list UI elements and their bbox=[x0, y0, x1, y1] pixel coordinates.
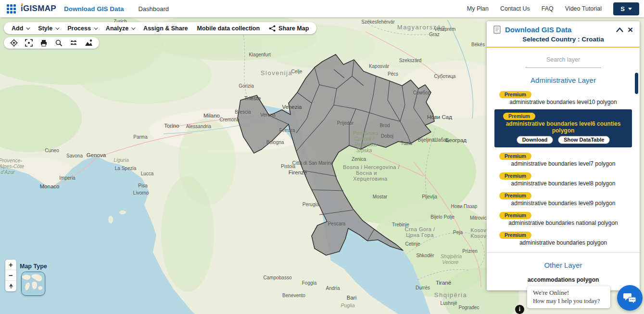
account-initial: S bbox=[620, 5, 625, 13]
caret-down-icon bbox=[628, 8, 632, 10]
menu-add-label: Add bbox=[12, 25, 23, 32]
download-gis-data-panel: Download GIS Data × Selected Country : C… bbox=[487, 21, 640, 290]
chevron-down-icon bbox=[94, 26, 98, 29]
nav-video-tutorial-link[interactable]: Video Tutorial bbox=[565, 5, 602, 12]
chat-tooltip: We're Online! How may I help you today? bbox=[527, 286, 610, 308]
menu-add[interactable]: Add bbox=[12, 25, 29, 32]
chevron-down-icon bbox=[26, 26, 30, 29]
top-navbar: iGISMAP Download GIS Data Dashboard My P… bbox=[0, 0, 644, 17]
chat-status: We're Online! bbox=[533, 289, 605, 297]
chat-greeting: How may I help you today? bbox=[533, 298, 605, 305]
panel-header: Download GIS Data × bbox=[487, 21, 640, 36]
layer-item-label: administrative boundaries level9 polygon bbox=[487, 200, 640, 207]
section-heading: Other Layer bbox=[487, 261, 640, 269]
layer-sections: Administrative LayerPremiumadministrativ… bbox=[487, 76, 640, 290]
menu-assign-share-label: Assign & Share bbox=[143, 25, 188, 32]
chevron-down-icon bbox=[55, 26, 59, 29]
pitch-arrows-icon bbox=[9, 284, 13, 289]
map-type-label: Map Type bbox=[20, 263, 47, 270]
menu-process-label: Process bbox=[67, 25, 91, 32]
premium-badge: Premium bbox=[499, 91, 531, 98]
layer-item-label: administrative boundaries national polyg… bbox=[487, 220, 640, 226]
menu-mobile-data-collection[interactable]: Mobile data collection bbox=[197, 25, 260, 32]
menu-style[interactable]: Style bbox=[38, 25, 58, 32]
layer-item[interactable]: Premiumadministrative boundaries nationa… bbox=[487, 210, 640, 226]
panel-scrollbar-thumb[interactable] bbox=[635, 73, 638, 94]
pitch-reset-button[interactable] bbox=[5, 281, 16, 291]
focus-extent-icon[interactable] bbox=[25, 39, 33, 47]
chat-bubbles-icon bbox=[623, 292, 637, 304]
layer-item[interactable]: accommodations polygon bbox=[487, 276, 640, 283]
layer-actions: DownloadShow DataTable bbox=[498, 136, 628, 144]
menu-mobile-label: Mobile data collection bbox=[197, 25, 260, 32]
layer-item-selected[interactable]: Premiumadministrative boundaries level6 … bbox=[494, 109, 632, 147]
close-panel-icon[interactable]: × bbox=[628, 25, 633, 34]
premium-badge: Premium bbox=[499, 232, 531, 239]
nav-right-links: My Plan Contact Us FAQ Video Tutorial S bbox=[467, 2, 639, 15]
selected-country-label: Selected Country : Croatia bbox=[487, 36, 640, 48]
layer-item[interactable]: Premiumadministrative boundaries polygon bbox=[487, 230, 640, 246]
premium-badge: Premium bbox=[499, 153, 531, 160]
panel-title: Download GIS Data bbox=[505, 26, 612, 34]
premium-badge: Premium bbox=[499, 172, 531, 180]
share-map-button[interactable]: Share Map bbox=[269, 25, 309, 32]
premium-badge: Premium bbox=[499, 212, 531, 219]
map-icon-bar bbox=[4, 37, 99, 49]
nav-dashboard-link[interactable]: Dashboard bbox=[138, 5, 169, 13]
section-divider bbox=[487, 252, 640, 253]
document-icon bbox=[493, 26, 501, 34]
layer-item-label: administrative boundaries polygon bbox=[487, 239, 640, 246]
layer-item-label: administrative boundaries level6 countie… bbox=[498, 120, 628, 134]
chat-launcher-button[interactable] bbox=[617, 285, 643, 311]
menu-analyze[interactable]: Analyze bbox=[106, 25, 134, 32]
share-icon bbox=[269, 25, 276, 32]
layer-item[interactable]: Premiumadministrative boundaries level10… bbox=[487, 90, 640, 105]
premium-badge: Premium bbox=[499, 192, 531, 199]
menu-style-label: Style bbox=[38, 25, 52, 32]
premium-badge: Premium bbox=[503, 113, 535, 120]
print-icon[interactable] bbox=[40, 39, 48, 47]
show-datatable-button[interactable]: Show DataTable bbox=[558, 136, 610, 144]
zoom-in-button[interactable]: + bbox=[5, 260, 16, 270]
nav-my-plan-link[interactable]: My Plan bbox=[467, 5, 489, 12]
zoom-controls: + − bbox=[5, 260, 16, 291]
layer-item-label: administrative boundaries level10 polygo… bbox=[487, 99, 640, 105]
section-heading: Administrative Layer bbox=[487, 76, 640, 84]
layer-item-label: administrative boundaries level7 polygon bbox=[487, 160, 640, 167]
download-button[interactable]: Download bbox=[517, 136, 554, 144]
brand-logo[interactable]: iGISMAP bbox=[21, 4, 56, 13]
layer-item-label: administrative boundaries level8 polygon bbox=[487, 180, 640, 187]
apps-grid-icon[interactable] bbox=[7, 4, 16, 13]
map-menu-bar: Add Style Process Analyze Assign & Share… bbox=[4, 22, 316, 34]
zoom-out-button[interactable]: − bbox=[5, 270, 16, 281]
nav-contact-us-link[interactable]: Contact Us bbox=[500, 5, 530, 12]
measure-icon[interactable] bbox=[70, 39, 77, 47]
nav-product-title[interactable]: Download GIS Data bbox=[64, 5, 124, 13]
map-type-switcher[interactable] bbox=[21, 272, 45, 296]
menu-process[interactable]: Process bbox=[67, 25, 97, 32]
search-layer-input[interactable] bbox=[525, 54, 601, 68]
account-menu-button[interactable]: S bbox=[613, 2, 639, 15]
map-info-button[interactable]: i bbox=[515, 305, 524, 314]
world-thumbnail bbox=[22, 272, 44, 295]
locate-icon[interactable] bbox=[10, 39, 18, 47]
collapse-panel-icon[interactable] bbox=[616, 27, 623, 32]
nav-faq-link[interactable]: FAQ bbox=[542, 5, 554, 12]
layer-item[interactable]: Premiumadministrative boundaries level9 … bbox=[487, 191, 640, 207]
menu-analyze-label: Analyze bbox=[106, 25, 128, 32]
layer-item[interactable]: Premiumadministrative boundaries level7 … bbox=[487, 151, 640, 167]
panel-body: Administrative LayerPremiumadministrativ… bbox=[487, 48, 640, 290]
basemap-export-icon[interactable] bbox=[85, 39, 93, 47]
share-map-label: Share Map bbox=[278, 25, 309, 32]
app-root: ZurichKlagenfurtGrazCeljeSlovenijaMagyar… bbox=[0, 0, 644, 314]
search-icon[interactable] bbox=[55, 39, 63, 47]
chevron-down-icon bbox=[131, 26, 135, 29]
menu-assign-share[interactable]: Assign & Share bbox=[143, 25, 188, 32]
layer-item[interactable]: Premiumadministrative boundaries level8 … bbox=[487, 171, 640, 187]
